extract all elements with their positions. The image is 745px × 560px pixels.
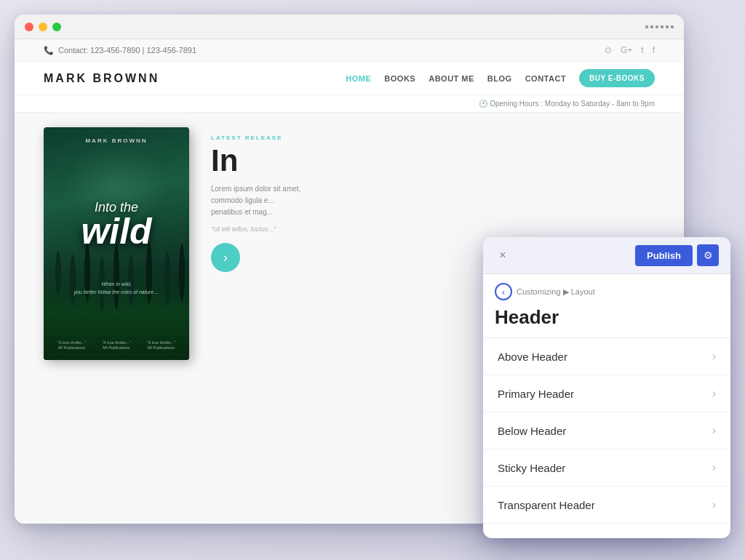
publish-button[interactable]: Publish xyxy=(635,245,693,266)
book-cover-author: MARK BROWNN xyxy=(44,137,189,144)
menu-item-sticky-header[interactable]: Sticky Header › xyxy=(483,449,730,487)
book-cover: MARK BROWNN Into the wild When in wild, … xyxy=(44,127,189,360)
settings-button[interactable]: ⚙ xyxy=(697,244,719,266)
gear-icon: ⚙ xyxy=(704,249,713,261)
breadcrumb-customizing: Customizing xyxy=(517,287,561,296)
menu-item-sticky-header-arrow: › xyxy=(712,461,716,474)
close-button[interactable]: × xyxy=(495,247,511,263)
browser-titlebar xyxy=(15,15,684,39)
customizer-breadcrumb: ‹ Customizing ▶ Layout xyxy=(483,274,730,303)
book-quote-text: "Ut elit tellus, luctus..." xyxy=(211,225,655,233)
breadcrumb-separator: ▶ xyxy=(563,287,571,296)
customizer-actions: Publish ⚙ xyxy=(635,244,719,266)
book-quote-1: "A true thriller..."MI Publications xyxy=(57,340,86,351)
scene: 📞 Contact: 123-456-7890 | 123-456-7891 ⊙… xyxy=(0,0,745,560)
toolbar-dot-2 xyxy=(650,25,653,28)
nav-books[interactable]: BOOKS xyxy=(384,74,415,83)
menu-item-primary-header-arrow: › xyxy=(712,387,716,400)
hours-text: Opening Hours : Monday to Saturday - 8am… xyxy=(490,100,655,108)
toolbar-dot-1 xyxy=(645,25,648,28)
menu-item-above-header[interactable]: Above Header › xyxy=(483,338,730,375)
clock-icon: 🕐 xyxy=(479,100,487,108)
menu-item-sticky-header-label: Sticky Header xyxy=(498,462,565,474)
read-more-button[interactable]: › xyxy=(211,243,240,272)
customizer-footer xyxy=(483,524,730,538)
breadcrumb-current: Layout xyxy=(571,287,595,296)
nav-about[interactable]: ABOUT ME xyxy=(429,74,474,83)
site-topbar: 📞 Contact: 123-456-7890 | 123-456-7891 ⊙… xyxy=(15,39,684,62)
book-title-wild: wild xyxy=(44,213,189,249)
nav-contact[interactable]: CONTACT xyxy=(525,74,566,83)
customizer-menu: Above Header › Primary Header › Below He… xyxy=(483,337,730,524)
nav-blog[interactable]: BLOG xyxy=(487,74,512,83)
book-headline: In xyxy=(211,145,655,176)
twitter-icon[interactable]: t xyxy=(641,45,643,55)
toolbar-dot-3 xyxy=(656,25,658,28)
google-plus-icon[interactable]: G+ xyxy=(621,45,632,55)
menu-item-transparent-header-label: Transparent Header xyxy=(498,499,595,511)
book-quote-3: "A true thriller..."MI Publications xyxy=(147,340,175,351)
contact-info: Contact: 123-456-7890 | 123-456-7891 xyxy=(58,46,196,55)
book-desc: Lorem ipsum dolor sit amet,commodo ligul… xyxy=(211,183,655,218)
instagram-icon[interactable]: ⊙ xyxy=(605,45,612,55)
phone-icon: 📞 xyxy=(44,46,54,55)
traffic-light-green[interactable] xyxy=(52,23,61,31)
site-nav: HOME BOOKS ABOUT ME BLOG CONTACT BUY E-B… xyxy=(346,69,655,87)
breadcrumb-text: Customizing ▶ Layout xyxy=(517,287,595,297)
menu-item-transparent-header-arrow: › xyxy=(712,498,716,511)
site-header: MARK BROWNN HOME BOOKS ABOUT ME BLOG CON… xyxy=(15,62,684,95)
menu-item-primary-header[interactable]: Primary Header › xyxy=(483,375,730,412)
nav-buy-ebooks[interactable]: BUY E-BOOKS xyxy=(579,69,655,87)
customizer-title: Header xyxy=(483,303,730,337)
menu-item-transparent-header[interactable]: Transparent Header › xyxy=(483,487,730,524)
book-quotes: "A true thriller..."MI Publications "A t… xyxy=(44,340,189,351)
menu-item-below-header-label: Below Header xyxy=(498,425,566,437)
menu-item-below-header-arrow: › xyxy=(712,424,716,437)
menu-item-primary-header-label: Primary Header xyxy=(498,388,574,400)
nav-home[interactable]: HOME xyxy=(346,74,371,83)
menu-item-above-header-arrow: › xyxy=(712,350,716,363)
toolbar-dot-6 xyxy=(671,25,674,28)
traffic-lights xyxy=(25,23,61,31)
customizer-panel: × Publish ⚙ ‹ Customizing ▶ Layout Heade… xyxy=(483,237,730,538)
social-icons: ⊙ G+ t f xyxy=(605,45,655,55)
customizer-header: × Publish ⚙ xyxy=(483,237,730,274)
site-hours: 🕐 Opening Hours : Monday to Saturday - 8… xyxy=(15,95,684,113)
menu-item-below-header[interactable]: Below Header › xyxy=(483,412,730,449)
traffic-light-yellow[interactable] xyxy=(39,23,47,31)
toolbar-dot-5 xyxy=(666,25,669,28)
book-tagline: When in wild, you better follow the rule… xyxy=(44,280,189,296)
site-logo: MARK BROWNN xyxy=(44,72,159,85)
latest-tag: LATEST RELEASE xyxy=(211,135,655,141)
menu-item-above-header-label: Above Header xyxy=(498,351,567,363)
traffic-light-red[interactable] xyxy=(25,23,33,31)
browser-toolbar-icon xyxy=(645,25,674,28)
toolbar-dot-4 xyxy=(661,25,664,28)
breadcrumb-back-button[interactable]: ‹ xyxy=(495,283,512,300)
facebook-icon[interactable]: f xyxy=(653,45,655,55)
book-quote-2: "A true thriller..."MI Publications xyxy=(102,340,130,351)
